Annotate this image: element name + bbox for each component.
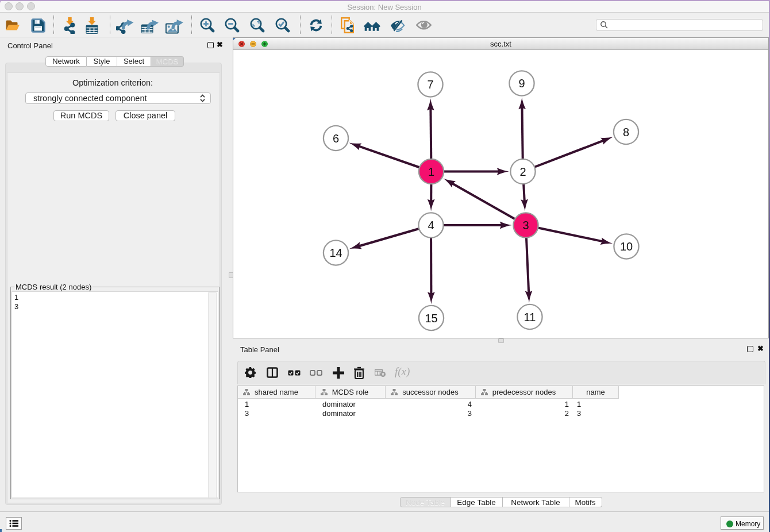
svg-text:3: 3 (522, 219, 529, 232)
svg-text:1: 1 (428, 165, 434, 178)
svg-text:8: 8 (623, 126, 629, 138)
svg-text:11: 11 (524, 311, 536, 323)
svg-text:14: 14 (329, 246, 342, 259)
svg-text:15: 15 (425, 312, 437, 325)
svg-text:2: 2 (519, 165, 526, 178)
svg-text:4: 4 (428, 219, 434, 232)
svg-text:6: 6 (333, 132, 339, 145)
svg-text:7: 7 (427, 78, 433, 91)
svg-text:9: 9 (518, 77, 525, 90)
svg-text:10: 10 (620, 240, 633, 253)
